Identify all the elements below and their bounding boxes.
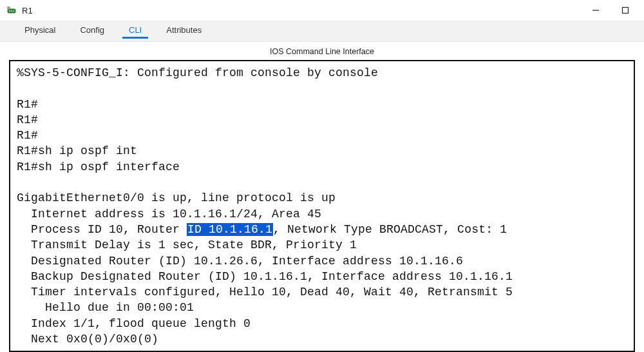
- cli-line: R1#sh ip ospf interface: [17, 161, 180, 173]
- titlebar: R1: [0, 0, 644, 21]
- cli-line-part: Process ID 10, Router: [17, 223, 187, 236]
- cli-line: R1#: [17, 113, 38, 126]
- cli-line: Internet address is 10.1.16.1/24, Area 4…: [17, 208, 321, 220]
- svg-point-1: [9, 10, 10, 12]
- cli-line: GigabitEthernet0/0 is up, line protocol …: [17, 191, 336, 204]
- tab-physical[interactable]: Physical: [18, 21, 62, 39]
- router-icon: [6, 5, 17, 15]
- cli-line: %SYS-5-CONFIG_I: Configured from console…: [17, 66, 378, 79]
- cli-line-part: , Network Type BROADCAST, Cost: 1: [273, 223, 507, 236]
- tab-config[interactable]: Config: [73, 21, 111, 39]
- cli-line: R1#: [17, 129, 38, 142]
- cli-line: R1#sh ip ospf int: [17, 144, 137, 157]
- terminal-wrap: %SYS-5-CONFIG_I: Configured from console…: [0, 60, 644, 352]
- window-title: R1: [22, 6, 33, 15]
- window-controls: [581, 0, 640, 21]
- cli-terminal[interactable]: %SYS-5-CONFIG_I: Configured from console…: [9, 60, 635, 352]
- cli-line: Backup Designated Router (ID) 10.1.16.1,…: [17, 270, 513, 283]
- cli-line: Index 1/1, flood queue length 0: [17, 317, 251, 330]
- svg-point-2: [11, 10, 12, 12]
- minimize-button[interactable]: [581, 0, 611, 21]
- section-label: IOS Command Line Interface: [0, 42, 644, 60]
- cli-line: Next 0x0(0)/0x0(0): [17, 333, 158, 346]
- cli-line: Hello due in 00:00:01: [17, 301, 194, 314]
- tab-attributes[interactable]: Attributes: [160, 21, 208, 39]
- window: R1 Physical Config CLI Attributes IOS Co…: [0, 0, 644, 352]
- svg-point-3: [13, 10, 14, 12]
- svg-rect-8: [623, 8, 629, 14]
- tab-strip: Physical Config CLI Attributes: [0, 21, 644, 42]
- cli-line: R1#: [17, 98, 38, 111]
- cli-line: Timer intervals configured, Hello 10, De…: [17, 286, 513, 298]
- cli-line: Transmit Delay is 1 sec, State BDR, Prio…: [17, 239, 357, 251]
- cli-selection: ID 10.1.16.1: [187, 223, 273, 236]
- cli-line: Designated Router (ID) 10.1.26.6, Interf…: [17, 255, 463, 268]
- maximize-button[interactable]: [611, 0, 640, 21]
- tab-cli[interactable]: CLI: [122, 21, 148, 39]
